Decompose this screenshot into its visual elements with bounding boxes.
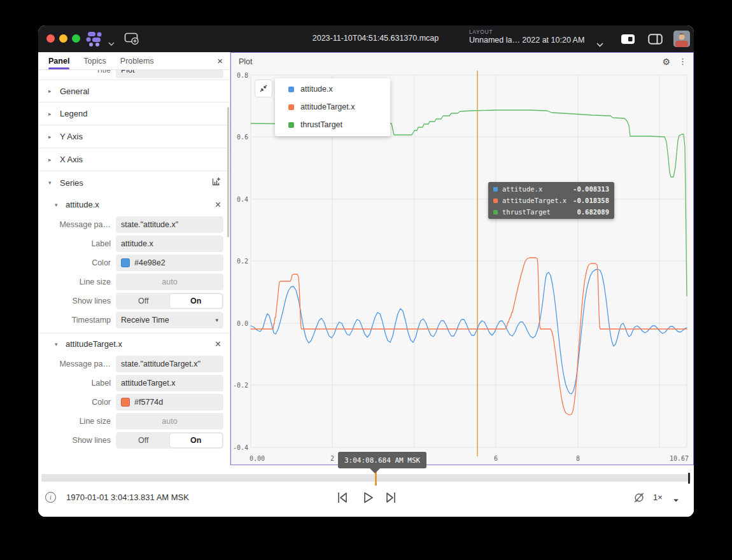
series-header[interactable]: ▾ attitude.x × — [38, 194, 230, 215]
timestamp-select[interactable]: Receive Time ▾ — [116, 312, 223, 328]
legend-item-attitude-target-x[interactable]: attitudeTarget.x — [275, 98, 390, 116]
show-lines-label: Show lines — [48, 436, 111, 445]
message-path-label: Message pa… — [48, 360, 111, 368]
series-line-attitude.x — [251, 269, 687, 394]
playback-bar: i 1970-01-01 3:04:13.831 AM MSK — [38, 465, 694, 517]
minimize-window-button[interactable] — [59, 34, 67, 43]
tab-topics[interactable]: Topics — [83, 52, 106, 69]
section-series[interactable]: ▾ Series — [38, 171, 230, 194]
message-path-label: Message pa… — [48, 220, 111, 229]
label-input[interactable]: attitude.x — [116, 235, 223, 252]
show-lines-off-button[interactable]: Off — [117, 294, 170, 308]
section-general-label: General — [60, 87, 89, 96]
message-path-input[interactable]: state."attitudeTarget.x" — [116, 356, 223, 372]
layout-selector[interactable]: LAYOUT Unnamed la… 2022 at 10:20 AM — [469, 29, 584, 45]
user-avatar[interactable] — [673, 31, 690, 47]
tab-problems[interactable]: Problems — [120, 52, 154, 69]
series-name: attitude.x — [66, 200, 99, 209]
show-lines-label: Show lines — [48, 297, 111, 305]
x-axis-tick-label: 6 — [494, 455, 498, 462]
add-panel-icon[interactable] — [124, 32, 139, 48]
add-series-icon[interactable] — [211, 177, 221, 188]
series-block-attitude-target-x: ▾ attitudeTarget.x × Message pa… state."… — [38, 333, 230, 450]
right-sidebar-toggle-icon[interactable] — [648, 34, 663, 47]
tab-panel[interactable]: Panel — [48, 52, 69, 69]
playback-controls: i 1970-01-01 3:04:13.831 AM MSK — [38, 485, 694, 517]
info-icon[interactable]: i — [45, 492, 56, 503]
tooltip-series-label: attitude.x — [502, 185, 542, 193]
show-lines-on-button[interactable]: On — [170, 433, 223, 447]
zoom-window-button[interactable] — [72, 34, 80, 43]
current-timestamp: 1970-01-01 3:04:13.831 AM MSK — [66, 493, 189, 502]
timeline-scrubber[interactable] — [41, 474, 691, 482]
line-size-label: Line size — [48, 277, 111, 286]
section-y-axis-label: Y Axis — [60, 132, 83, 141]
tooltip-series-value: -0.008313 — [573, 185, 609, 193]
sidebar-tabbar: Panel Topics Problems × — [38, 52, 230, 70]
y-axis-tick-label: 0.6 — [237, 134, 248, 141]
timestamp-value: Receive Time — [121, 316, 169, 325]
series-name: attitudeTarget.x — [66, 339, 122, 349]
x-axis-tick-label: 8 — [576, 455, 580, 462]
section-y-axis[interactable]: ▸ Y Axis — [38, 125, 230, 148]
section-x-axis[interactable]: ▸ X Axis — [38, 148, 230, 171]
layout-chevron-icon — [596, 38, 603, 50]
section-general[interactable]: ▸ General — [38, 80, 230, 102]
remove-series-icon[interactable]: × — [215, 339, 221, 349]
message-path-row: Message pa… state."attitudeTarget.x" — [38, 354, 230, 374]
label-row: Label attitude.x — [38, 234, 230, 253]
line-size-input[interactable]: auto — [116, 274, 223, 290]
series-color-swatch — [493, 210, 498, 214]
chevron-right-icon: ▸ — [48, 111, 54, 117]
show-lines-toggle: Off On — [116, 432, 223, 449]
series-header[interactable]: ▾ attitudeTarget.x × — [38, 333, 230, 354]
color-label: Color — [48, 398, 111, 407]
series-color-swatch — [288, 104, 294, 110]
seek-backward-button[interactable] — [336, 491, 349, 507]
title-field[interactable]: Plot — [116, 70, 223, 78]
color-input[interactable]: #4e98e2 — [116, 255, 223, 271]
x-axis-tick-label: 10.67 — [670, 455, 689, 462]
legend-collapse-button[interactable] — [255, 80, 272, 97]
remove-series-icon[interactable]: × — [215, 200, 221, 210]
tooltip-series-label: attitudeTarget.x — [502, 197, 567, 204]
chevron-down-icon: ▾ — [48, 179, 54, 186]
color-row: Color #4e98e2 — [38, 253, 230, 272]
playback-speed[interactable]: 1× — [653, 493, 663, 502]
show-lines-on-button[interactable]: On — [170, 294, 223, 308]
label-row: Label attitudeTarget.x — [38, 374, 230, 393]
sidebar-scrollbar[interactable] — [227, 107, 229, 237]
series-color-swatch — [493, 187, 498, 192]
app-menu-chevron-icon[interactable] — [108, 37, 115, 48]
speed-chevron-icon[interactable] — [673, 494, 679, 505]
line-size-row: Line size auto — [38, 412, 230, 431]
y-axis-tick-label: 0.0 — [237, 320, 248, 327]
legend-label: thrustTarget — [300, 120, 342, 129]
loop-toggle-icon[interactable] — [633, 491, 645, 507]
tooltip-row: thrustTarget 0.682089 — [488, 206, 614, 218]
label-input[interactable]: attitudeTarget.x — [116, 375, 223, 391]
seek-forward-button[interactable] — [384, 491, 397, 507]
message-path-input[interactable]: state."attitude.x" — [116, 216, 223, 233]
color-row: Color #f5774d — [38, 393, 230, 412]
layout-caption: LAYOUT — [469, 29, 584, 35]
legend-item-attitude-x[interactable]: attitude.x — [275, 80, 390, 98]
series-block-attitude-x: ▾ attitude.x × Message pa… state."attitu… — [38, 194, 230, 330]
foxglove-logo-icon[interactable] — [84, 30, 106, 50]
label-label: Label — [48, 379, 111, 388]
app-window: 2023-11-10T04:51:45.631370.mcap LAYOUT U… — [38, 25, 694, 517]
close-window-button[interactable] — [46, 34, 55, 43]
data-source-filename: 2023-11-10T04:51:45.631370.mcap — [280, 34, 471, 43]
line-size-input[interactable]: auto — [116, 413, 223, 430]
show-lines-off-button[interactable]: Off — [117, 433, 170, 447]
section-legend-label: Legend — [60, 109, 87, 118]
left-sidebar-toggle-icon[interactable] — [621, 34, 635, 47]
legend-item-thrust-target[interactable]: thrustTarget — [275, 116, 390, 134]
color-swatch[interactable] — [121, 258, 130, 267]
section-legend[interactable]: ▸ Legend — [38, 102, 230, 125]
color-input[interactable]: #f5774d — [116, 394, 223, 410]
color-swatch[interactable] — [121, 398, 130, 407]
close-sidebar-icon[interactable]: × — [217, 56, 223, 66]
chevron-right-icon: ▸ — [48, 157, 54, 163]
play-button[interactable] — [362, 491, 374, 507]
